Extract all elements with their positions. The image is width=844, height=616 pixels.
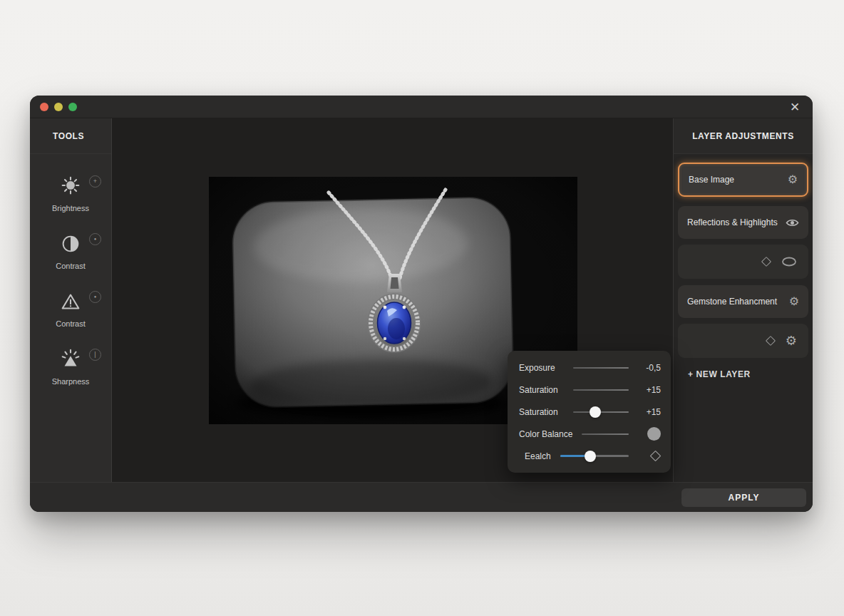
layer-name: Base Image (689, 175, 788, 185)
layer-subpanel-reflections (678, 245, 808, 279)
oval-icon[interactable] (781, 257, 797, 267)
tool-label: Sharpness (52, 377, 90, 386)
tool-label: Brightness (52, 204, 89, 212)
slider-value: +15 (637, 385, 661, 395)
layer-name: Gemstone Enhancment (687, 297, 789, 307)
title-bar: ✕ (30, 96, 813, 118)
tool-badge[interactable]: + (89, 175, 101, 188)
diamond-icon[interactable] (650, 451, 662, 462)
layer-card-base-image[interactable]: Base Image ⚙ (678, 163, 808, 197)
slider-row-saturation-1: Saturation +15 (519, 379, 661, 400)
close-traffic-button[interactable] (40, 103, 48, 111)
tools-list: + Brightness ● Contrast (30, 154, 111, 398)
slider-label: Saturation (519, 407, 573, 417)
slider-row-eealch: Eealch (519, 446, 661, 466)
slider-row-saturation-2: Saturation +15 (519, 401, 661, 422)
exposure-slider[interactable] (573, 367, 629, 369)
color-balance-thumb[interactable] (647, 427, 661, 441)
slider-label: Saturation (519, 385, 573, 395)
tools-sidebar: TOOLS + (30, 118, 112, 482)
slider-thumb[interactable] (590, 406, 601, 418)
layers-panel-title: LAYER ADJUSTMENTS (674, 118, 813, 154)
eye-icon[interactable] (786, 218, 799, 227)
tool-item-contrast[interactable]: ● Contrast (30, 225, 111, 282)
tool-item-sharpness[interactable]: | Sharpness (30, 340, 111, 398)
traffic-lights (40, 103, 77, 111)
minimize-traffic-button[interactable] (54, 103, 63, 111)
zoom-traffic-button[interactable] (68, 103, 77, 111)
footer-bar: APPLY (30, 482, 813, 512)
apply-button[interactable]: APPLY (681, 488, 806, 507)
tool-badge[interactable]: ● (89, 233, 101, 245)
layer-name: Reflections & Highlights (687, 217, 786, 227)
saturation-slider[interactable] (573, 411, 629, 413)
gear-icon[interactable]: ⚙ (789, 296, 799, 307)
layers-list: Base Image ⚙ Reflections & Highlights (674, 154, 813, 379)
tools-panel-title: TOOLS (30, 118, 111, 154)
layer-subpanel-gemstone: ⚙ (678, 324, 808, 358)
diamond-icon[interactable] (761, 257, 771, 267)
tool-badge[interactable]: | (89, 349, 101, 361)
tool-label: Contrast (56, 262, 86, 270)
sharpness-icon (57, 346, 84, 373)
slider-value: -0,5 (637, 363, 661, 373)
saturation-slider[interactable] (573, 389, 629, 391)
app-window: ✕ TOOLS (30, 96, 813, 512)
slider-row-exposure: Exposure -0,5 (519, 357, 661, 378)
color-balance-slider[interactable] (582, 433, 629, 435)
tool-item-contrast-warning[interactable]: ● Contrast (30, 282, 111, 340)
sun-icon (57, 173, 84, 200)
gear-icon[interactable]: ⚙ (786, 334, 797, 347)
tool-badge[interactable]: ● (89, 291, 101, 303)
tool-item-brightness[interactable]: + Brightness (30, 167, 111, 225)
layer-card-gemstone-enhancement[interactable]: Gemstone Enhancment ⚙ (678, 285, 808, 318)
tool-label: Contrast (56, 319, 86, 328)
slider-row-color-balance: Color Balance (519, 423, 661, 444)
adjustments-popup: Exposure -0,5 Saturation +15 Saturation … (508, 351, 671, 473)
slider-label: Color Balance (519, 429, 582, 439)
slider-value: +15 (637, 407, 661, 417)
slider-thumb[interactable] (585, 451, 596, 462)
window-content: TOOLS + (30, 118, 813, 482)
layer-adjustments-sidebar: LAYER ADJUSTMENTS Base Image ⚙ Reflectio… (673, 118, 813, 482)
slider-label: Exposure (519, 363, 573, 373)
layer-card-reflections-highlights[interactable]: Reflections & Highlights (678, 206, 808, 239)
eealch-slider[interactable] (560, 455, 629, 457)
warning-triangle-icon (57, 288, 84, 315)
gear-icon[interactable]: ⚙ (788, 174, 798, 185)
close-icon[interactable]: ✕ (787, 99, 803, 115)
diamond-icon[interactable] (766, 336, 776, 346)
new-layer-button[interactable]: + NEW LAYER (688, 369, 808, 379)
slider-label: Eealch (519, 451, 560, 461)
contrast-icon (57, 230, 84, 257)
